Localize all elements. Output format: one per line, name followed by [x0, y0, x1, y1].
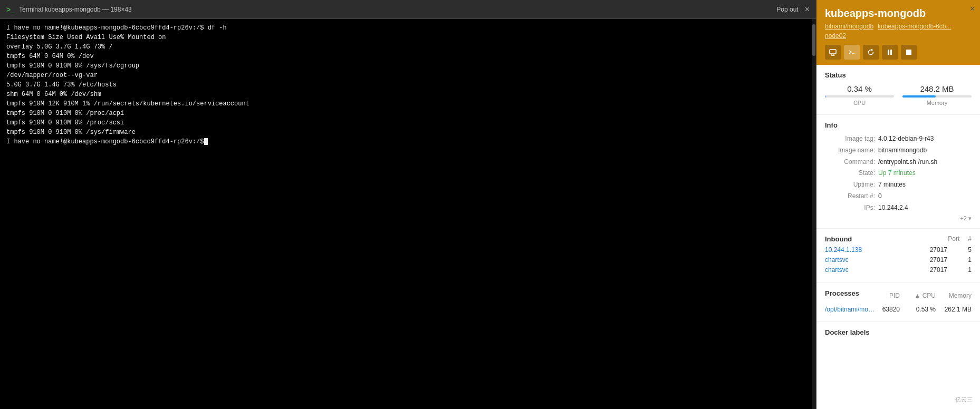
network-link-3[interactable]: chartsvc: [825, 266, 849, 274]
info-uptime-label: Uptime:: [825, 180, 875, 189]
screen-button[interactable]: [825, 45, 841, 60]
breadcrumb-link-3[interactable]: node02: [825, 32, 846, 40]
terminal-scrollbar[interactable]: [812, 19, 816, 409]
docker-labels-title: Docker labels: [825, 328, 972, 336]
terminal-panel: >_ Terminal kubeapps-mongodb — 198×43 Po…: [0, 0, 816, 409]
memory-metric: 248.2 MB Memory: [902, 84, 972, 106]
terminal-body[interactable]: I have no name!@kubeapps-mongodb-6cbcc9f…: [0, 19, 812, 409]
terminal-line-9: tmpfs 910M 12K 910M 1% /run/secrets/kube…: [6, 99, 805, 109]
status-section: Status 0.34 % CPU 248.2 MB Memory: [816, 65, 980, 115]
info-command-row: Command: /entrypoint.sh /run.sh: [825, 158, 972, 167]
breadcrumb-link-2[interactable]: kubeapps-mongodb-6cb...: [878, 23, 951, 30]
network-values-3: 27017 1: [930, 266, 972, 274]
network-header: Inbound Port #: [825, 235, 972, 243]
processes-section: Processes PID ▲ CPU Memory /opt/bitnami/…: [816, 283, 980, 322]
terminal-line-2: Filesystem Size Used Avail Use% Mounted …: [6, 33, 805, 42]
inbound-label: Inbound: [825, 235, 852, 243]
right-panel-header: kubeapps-mongodb bitnami/mongodb kubeapp…: [816, 0, 980, 65]
port-col-label: Port: [948, 235, 959, 242]
terminal-line-3: overlay 5.0G 3.7G 1.4G 73% /: [6, 42, 805, 52]
cpu-bar: [825, 95, 894, 98]
process-values-1: 63820 0.53 % 262.1 MB: [876, 306, 972, 313]
network-port-1: 27017: [930, 246, 947, 254]
network-hash-1: 5: [956, 246, 972, 254]
more-indicator[interactable]: +2 ▾: [825, 215, 972, 222]
network-port-3: 27017: [930, 266, 947, 274]
processes-header: Processes PID ▲ CPU Memory: [825, 289, 972, 303]
network-section: Inbound Port # 10.244.1.138 27017 5 char…: [816, 229, 980, 283]
right-panel-close-button[interactable]: ×: [970, 4, 975, 14]
network-link-2[interactable]: chartsvc: [825, 256, 849, 264]
terminal-title: Terminal kubeapps-mongodb — 198×43: [19, 6, 132, 13]
terminal-line-1: I have no name!@kubeapps-mongodb-6cbcc9f…: [6, 23, 805, 33]
info-image-tag-value: 4.0.12-debian-9-r43: [878, 134, 934, 143]
port-hash-labels: Port #: [948, 235, 972, 242]
pause-button[interactable]: [882, 45, 898, 60]
hash-col-label: #: [968, 235, 972, 242]
status-metrics-row: 0.34 % CPU 248.2 MB Memory: [825, 84, 972, 106]
terminal-line-4: tmpfs 64M 0 64M 0% /dev: [6, 52, 805, 61]
network-link-1[interactable]: 10.244.1.138: [825, 246, 862, 254]
process-name-1[interactable]: /opt/bitnami/mongo...: [825, 306, 876, 313]
terminal-line-12: tmpfs 910M 0 910M 0% /sys/firmware: [6, 128, 805, 137]
terminal-line-7: 5.0G 3.7G 1.4G 73% /etc/hosts: [6, 80, 805, 90]
terminal-line-5: tmpfs 910M 0 910M 0% /sys/fs/cgroup: [6, 61, 805, 71]
process-memory-1: 262.1 MB: [940, 306, 972, 313]
terminal-scrollbar-thumb[interactable]: [812, 24, 815, 56]
info-section: Info Image tag: 4.0.12-debian-9-r43 Imag…: [816, 115, 980, 229]
info-command-label: Command:: [825, 158, 875, 167]
info-uptime-value: 7 minutes: [878, 180, 906, 189]
cpu-value: 0.34 %: [847, 84, 872, 93]
info-image-name-value: bitnami/mongodb: [878, 146, 927, 155]
process-pid-1: 63820: [876, 306, 900, 313]
right-panel: × kubeapps-mongodb bitnami/mongodb kubea…: [816, 0, 980, 409]
terminal-header: >_ Terminal kubeapps-mongodb — 198×43 Po…: [0, 0, 816, 19]
info-image-tag-row: Image tag: 4.0.12-debian-9-r43: [825, 134, 972, 143]
terminal-line-8: shm 64M 0 64M 0% /dev/shm: [6, 90, 805, 99]
terminal-line-13: I have no name!@kubeapps-mongodb-6cbcc9f…: [6, 137, 805, 147]
memory-bar: [902, 95, 972, 98]
svg-rect-6: [890, 50, 892, 55]
svg-rect-5: [888, 50, 889, 55]
processes-col-headers: PID ▲ CPU Memory: [876, 292, 972, 299]
terminal-header-right: Pop out ×: [776, 5, 810, 14]
breadcrumb-row: bitnami/mongodb kubeapps-mongodb-6cb... …: [825, 23, 972, 40]
status-title: Status: [825, 71, 972, 79]
info-restart-value: 0: [878, 192, 882, 201]
network-values-1: 27017 5: [930, 246, 972, 254]
info-state-value: Up 7 minutes: [878, 169, 916, 178]
terminal-line-6: /dev/mapper/root--vg-var: [6, 71, 805, 80]
terminal-line-11: tmpfs 910M 0 910M 0% /proc/scsi: [6, 118, 805, 128]
info-ips-value: 10.244.2.4: [878, 203, 908, 212]
breadcrumb-link-1[interactable]: bitnami/mongodb: [825, 23, 873, 30]
info-restart-label: Restart #:: [825, 192, 875, 201]
info-state-label: State:: [825, 169, 875, 178]
info-ips-label: IPs:: [825, 203, 875, 212]
docker-labels-section: Docker labels: [816, 322, 980, 348]
svg-rect-0: [830, 50, 836, 54]
process-cpu-1: 0.53 %: [904, 306, 936, 313]
process-row-1: /opt/bitnami/mongo... 63820 0.53 % 262.1…: [825, 306, 972, 313]
watermark: 亿云三: [952, 395, 976, 405]
cpu-col-label: ▲ CPU: [904, 292, 936, 299]
info-restart-row: Restart #: 0: [825, 192, 972, 201]
info-uptime-row: Uptime: 7 minutes: [825, 180, 972, 189]
stop-button[interactable]: [901, 45, 917, 60]
memory-bar-fill: [902, 95, 936, 98]
network-hash-3: 1: [956, 266, 972, 274]
memory-label: Memory: [927, 100, 948, 106]
info-ips-row: IPs: 10.244.2.4: [825, 203, 972, 212]
pid-col-label: PID: [876, 292, 900, 299]
network-values-2: 27017 1: [930, 256, 972, 264]
terminal-close-button[interactable]: ×: [805, 5, 810, 14]
network-hash-2: 1: [956, 256, 972, 264]
terminal-line-10: tmpfs 910M 0 910M 0% /proc/acpi: [6, 109, 805, 118]
cpu-metric: 0.34 % CPU: [825, 84, 894, 106]
info-image-tag-label: Image tag:: [825, 134, 875, 143]
terminal-button[interactable]: [844, 45, 860, 60]
network-row-1: 10.244.1.138 27017 5: [825, 246, 972, 254]
refresh-button[interactable]: [863, 45, 879, 60]
info-image-name-label: Image name:: [825, 146, 875, 155]
network-port-2: 27017: [930, 256, 947, 264]
popout-link[interactable]: Pop out: [776, 6, 798, 13]
